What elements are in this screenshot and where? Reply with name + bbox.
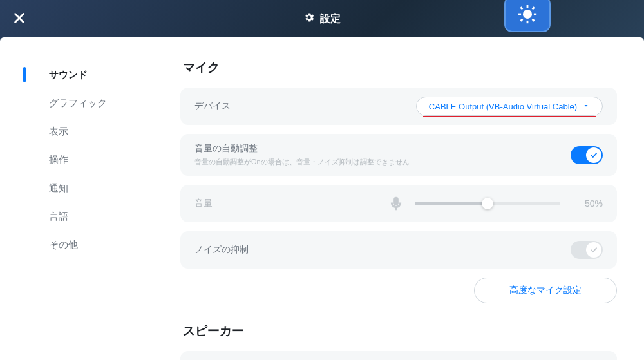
noise-suppress-row: ノイズの抑制 (180, 231, 617, 269)
sidebar-item-display[interactable]: 表示 (0, 117, 166, 146)
svg-rect-11 (395, 208, 397, 210)
noise-suppress-toggle (571, 241, 603, 259)
sidebar-item-label: 通知 (49, 182, 68, 194)
modal-title: 設定 (320, 12, 341, 26)
section-title-mic: マイク (183, 59, 617, 76)
auto-gain-toggle[interactable] (571, 146, 603, 164)
mic-device-value: CABLE Output (VB-Audio Virtual Cable) (429, 102, 577, 111)
sidebar-item-language[interactable]: 言語 (0, 202, 166, 231)
sidebar-item-graphics[interactable]: グラフィック (0, 89, 166, 117)
media-volume-row: 動画・BGMの音量 85% (180, 351, 617, 360)
settings-sidebar: サウンド グラフィック 表示 操作 通知 言語 その他 (0, 37, 166, 360)
sidebar-item-label: 言語 (49, 211, 68, 223)
sidebar-item-notifications[interactable]: 通知 (0, 174, 166, 202)
gear-icon (303, 12, 315, 26)
sidebar-item-label: 表示 (49, 126, 68, 138)
mic-volume-value: 50% (572, 198, 603, 209)
sidebar-item-other[interactable]: その他 (0, 231, 166, 259)
mic-volume-row: 音量 50% (180, 185, 617, 222)
auto-gain-sublabel: 音量の自動調整がOnの場合は、音量・ノイズ抑制は調整できません (194, 157, 571, 167)
close-button[interactable] (6, 5, 32, 31)
mic-volume-slider (415, 202, 560, 205)
mic-device-select[interactable]: CABLE Output (VB-Audio Virtual Cable) (416, 97, 603, 116)
sidebar-item-label: 操作 (49, 154, 68, 166)
section-title-speaker: スピーカー (183, 323, 617, 339)
noise-suppress-label: ノイズの抑制 (194, 244, 571, 256)
mic-device-row: デバイス CABLE Output (VB-Audio Virtual Cabl… (180, 88, 617, 125)
sidebar-item-sound[interactable]: サウンド (0, 61, 166, 89)
auto-gain-label: 音量の自動調整 (194, 143, 571, 155)
sidebar-item-controls[interactable]: 操作 (0, 146, 166, 174)
advanced-mic-settings-button[interactable]: 高度なマイク設定 (474, 278, 617, 303)
modal-header: 設定 (0, 0, 644, 37)
microphone-icon (388, 195, 404, 212)
annotation-underline (423, 116, 596, 117)
auto-gain-row: 音量の自動調整 音量の自動調整がOnの場合は、音量・ノイズ抑制は調整できません (180, 134, 617, 176)
sidebar-item-label: その他 (49, 239, 78, 251)
mic-volume-label: 音量 (194, 198, 388, 209)
sidebar-item-label: グラフィック (49, 97, 107, 109)
mic-device-label: デバイス (194, 100, 416, 112)
sidebar-item-label: サウンド (49, 69, 88, 81)
chevron-down-icon (582, 100, 590, 112)
